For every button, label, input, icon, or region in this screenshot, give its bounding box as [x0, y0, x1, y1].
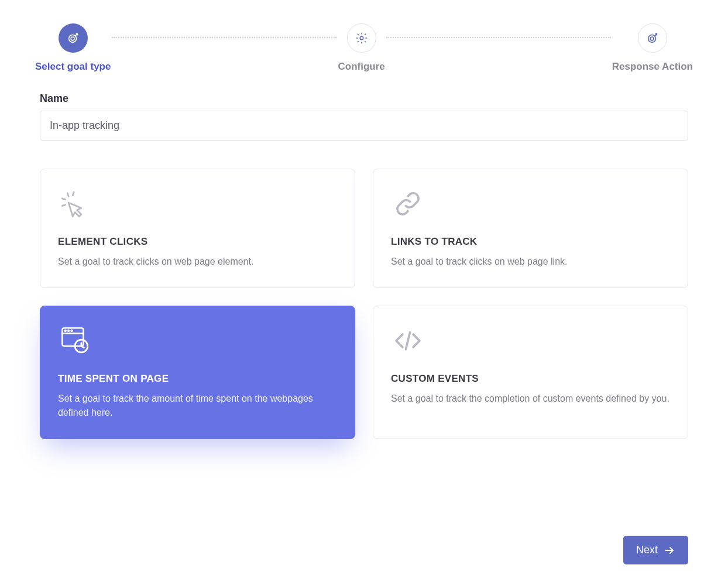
- svg-point-4: [650, 37, 654, 40]
- next-button-label: Next: [636, 544, 658, 556]
- card-time-spent[interactable]: TIME SPENT ON PAGE Set a goal to track t…: [40, 306, 355, 439]
- svg-line-7: [73, 192, 74, 195]
- name-input[interactable]: [40, 111, 688, 141]
- svg-point-13: [71, 330, 73, 331]
- link-icon: [391, 187, 670, 221]
- card-title: ELEMENT CLICKS: [58, 236, 337, 248]
- svg-point-2: [360, 36, 363, 40]
- step-connector: [386, 37, 611, 38]
- step-label: Select goal type: [35, 61, 111, 73]
- svg-line-15: [406, 333, 410, 350]
- target-icon: [638, 23, 667, 53]
- time-page-icon: [58, 324, 337, 358]
- svg-line-5: [67, 193, 68, 196]
- card-title: CUSTOM EVENTS: [391, 373, 670, 385]
- svg-point-12: [68, 330, 69, 331]
- stepper: Select goal type Configure Response Act: [0, 23, 728, 73]
- step-response-action[interactable]: Response Action: [612, 23, 693, 73]
- card-custom-events[interactable]: CUSTOM EVENTS Set a goal to track the co…: [373, 306, 688, 439]
- card-desc: Set a goal to track the completion of cu…: [391, 392, 670, 406]
- svg-line-6: [62, 198, 65, 200]
- name-label: Name: [40, 93, 688, 105]
- step-configure[interactable]: Configure: [338, 23, 384, 73]
- arrow-right-icon: [664, 545, 675, 556]
- svg-line-8: [62, 205, 65, 206]
- click-icon: [58, 187, 337, 221]
- card-title: LINKS TO TRACK: [391, 236, 670, 248]
- code-icon: [391, 324, 670, 358]
- card-desc: Set a goal to track the amount of time s…: [58, 392, 337, 420]
- card-links-to-track[interactable]: LINKS TO TRACK Set a goal to track click…: [373, 169, 688, 288]
- svg-point-11: [65, 330, 66, 331]
- goal-type-cards: ELEMENT CLICKS Set a goal to track click…: [40, 169, 688, 439]
- step-select-goal-type[interactable]: Select goal type: [35, 23, 111, 73]
- card-element-clicks[interactable]: ELEMENT CLICKS Set a goal to track click…: [40, 169, 355, 288]
- target-icon: [59, 23, 88, 53]
- step-label: Configure: [338, 61, 384, 73]
- next-button[interactable]: Next: [623, 536, 688, 564]
- step-label: Response Action: [612, 61, 693, 73]
- card-title: TIME SPENT ON PAGE: [58, 373, 337, 385]
- card-desc: Set a goal to track clicks on web page e…: [58, 255, 337, 269]
- card-desc: Set a goal to track clicks on web page l…: [391, 255, 670, 269]
- gear-icon: [347, 23, 376, 53]
- svg-point-1: [71, 37, 74, 40]
- content-area: Name ELEMENT CLICKS Set a goal to track …: [0, 93, 728, 439]
- page-container: Select goal type Configure Response Act: [0, 0, 728, 582]
- step-connector: [112, 37, 336, 38]
- footer: Next: [623, 536, 688, 564]
